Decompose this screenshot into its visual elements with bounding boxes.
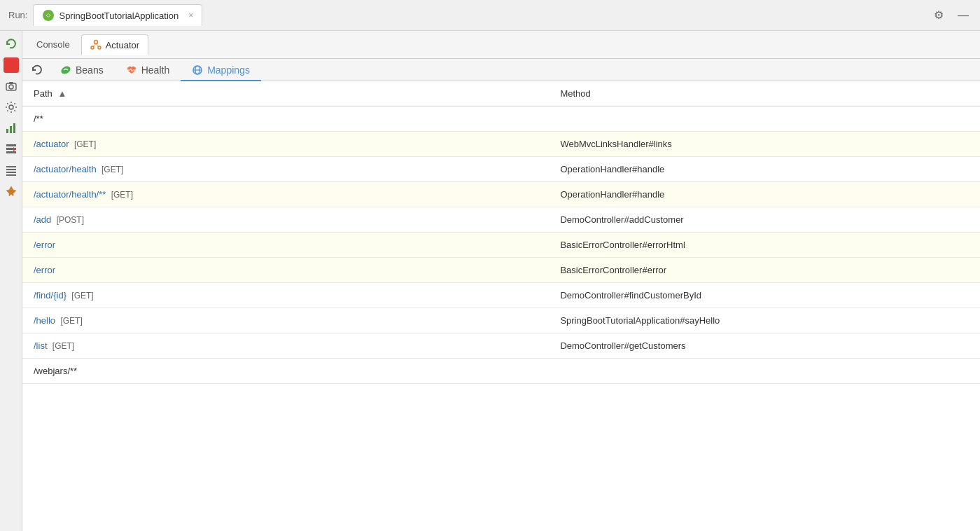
table-row: /errorBasicErrorController#errorHtml [22,233,980,258]
path-plain: /webjars/** [34,366,77,376]
console-actuator-tabs: Console Actuator [22,31,980,59]
svg-rect-4 [9,82,13,84]
health-icon [126,64,137,76]
svg-point-1 [47,14,50,17]
run-tab[interactable]: SpringBootTutorialApplication × [33,4,202,26]
path-verb: [GET] [58,316,83,326]
redo-icon [5,38,18,50]
method-cell [549,359,980,384]
sidebar-import-icon[interactable] [4,142,19,157]
path-cell: /webjars/** [22,359,549,384]
table-row: /add [POST]DemoController#addCustomer [22,207,980,233]
svg-point-22 [60,64,71,76]
path-verb: [POST] [54,215,84,225]
path-link[interactable]: /find/{id} [34,290,66,301]
svg-rect-11 [6,151,16,153]
method-cell: DemoController#addCustomer [549,207,980,233]
path-cell: /actuator [GET] [22,132,549,157]
path-cell: /error [22,258,549,283]
path-link[interactable]: /hello [34,315,55,326]
stop-button[interactable] [4,57,19,73]
top-bar: Run: SpringBootTutorialApplication × ⚙ — [0,0,980,31]
sidebar-run-icon[interactable] [4,36,19,52]
path-link[interactable]: /add [34,214,51,225]
path-link[interactable]: /actuator/health [34,164,97,174]
svg-marker-12 [13,147,16,151]
lines-icon [5,164,18,177]
path-cell: /hello [GET] [22,308,549,333]
import-icon [5,143,18,156]
pin-icon [5,185,18,198]
path-verb: [GET] [108,190,133,200]
path-cell: /actuator/health [GET] [22,157,549,182]
tab-health[interactable]: Health [115,59,181,82]
camera-icon [5,80,18,92]
table-row: /hello [GET]SpringBootTutorialApplicatio… [22,308,980,333]
table-row: /** [22,106,980,132]
svg-rect-7 [10,126,12,133]
path-cell: /error [22,233,549,258]
sort-arrow: ▲ [57,88,66,99]
svg-point-5 [9,105,13,109]
method-cell: DemoController#findCustomerById [549,283,980,308]
path-verb: [GET] [69,291,94,301]
path-cell: /** [22,106,549,132]
method-cell [549,106,980,132]
svg-rect-16 [6,174,16,176]
svg-point-17 [94,41,97,44]
method-cell: DemoController#getCustomers [549,333,980,359]
path-link[interactable]: /list [34,340,48,351]
path-column-header[interactable]: Path ▲ [22,81,549,106]
minimize-button[interactable]: — [955,6,972,25]
svg-rect-14 [6,169,16,170]
table-row: /actuator/health/** [GET]OperationHandle… [22,182,980,207]
beans-icon [60,64,71,76]
svg-rect-13 [6,166,16,167]
path-verb: [GET] [50,341,75,351]
path-cell: /list [GET] [22,333,549,359]
path-link[interactable]: /actuator/health/** [34,189,106,200]
path-plain: /** [34,113,43,124]
svg-rect-8 [13,123,15,133]
tab-beans[interactable]: Beans [49,59,115,82]
sub-tabs: Beans Health [49,59,974,81]
method-cell: OperationHandler#handle [549,182,980,207]
path-link[interactable]: /error [34,240,55,250]
path-cell: /find/{id} [GET] [22,283,549,308]
chart-icon [5,122,18,135]
tab-console[interactable]: Console [28,35,78,54]
sidebar-lines-icon[interactable] [4,163,19,178]
tab-mappings[interactable]: Mappings [181,59,261,82]
path-verb: [GET] [99,165,124,174]
method-cell: SpringBootTutorialApplication#sayHello [549,308,980,333]
path-link[interactable]: /error [34,265,55,275]
refresh-icon [31,64,43,76]
path-cell: /add [POST] [22,207,549,233]
sidebar-chart-icon[interactable] [4,120,19,136]
actuator-icon [90,39,102,50]
path-cell: /actuator/health/** [GET] [22,182,549,207]
settings-icon [5,101,18,113]
svg-rect-9 [6,144,16,146]
settings-button[interactable]: ⚙ [931,6,946,25]
tab-actuator[interactable]: Actuator [81,34,148,55]
table-header-row: Path ▲ Method [22,81,980,106]
refresh-button[interactable] [28,61,46,79]
run-label: Run: [8,10,27,20]
run-tab-title: SpringBootTutorialApplication [59,11,178,21]
table-row: /list [GET]DemoController#getCustomers [22,333,980,359]
sidebar-settings-icon[interactable] [4,99,19,115]
springboot-icon [42,9,55,22]
method-cell: WebMvcLinksHandler#links [549,132,980,157]
run-tab-close[interactable]: × [188,11,193,20]
svg-rect-15 [6,172,16,173]
path-link[interactable]: /actuator [34,139,69,149]
table-row: /errorBasicErrorController#error [22,258,980,283]
svg-point-18 [91,46,94,49]
method-column-header: Method [549,81,980,106]
table-row: /actuator/health [GET]OperationHandler#h… [22,157,980,182]
svg-line-20 [93,44,96,47]
content-area: Console Actuator [22,31,980,531]
sidebar-pin-icon[interactable] [4,184,19,199]
sidebar-camera-icon[interactable] [4,78,19,94]
